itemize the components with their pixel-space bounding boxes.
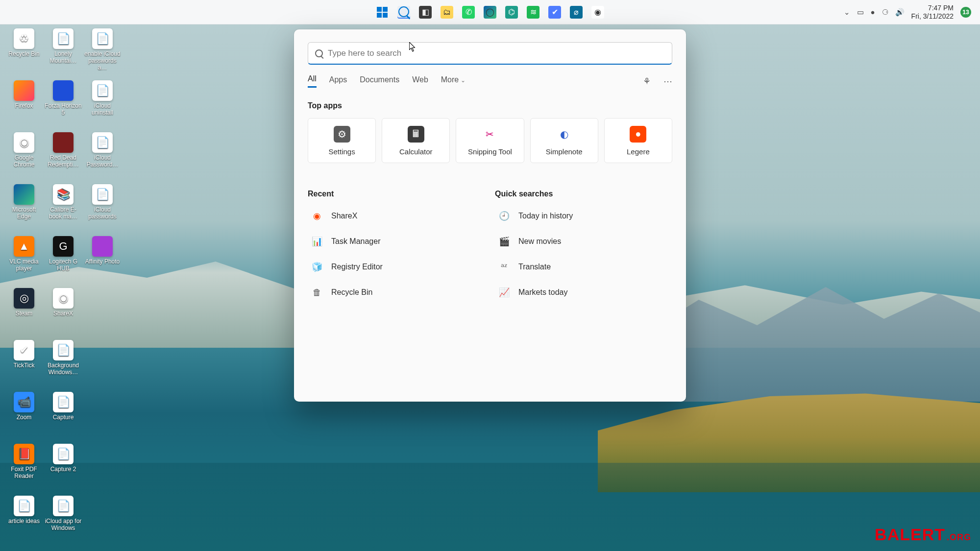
search-box[interactable] xyxy=(308,42,672,65)
tab-documents[interactable]: Documents xyxy=(360,75,399,87)
desktop-icon-image: 📄 xyxy=(14,496,34,516)
recent-item[interactable]: 🗑Recycle Bin xyxy=(308,281,485,304)
desktop-icon[interactable]: Firefox xyxy=(5,79,43,129)
desktop-icon[interactable]: 📕Foxit PDF Reader xyxy=(5,443,43,493)
desktop-icon[interactable]: ♻Recycle Bin xyxy=(5,27,43,77)
recent-item-label: ShareX xyxy=(331,212,357,220)
desktop-icon-label: enable iCloud passwords a… xyxy=(84,51,121,71)
desktop-icon-label: iCloud Password… xyxy=(84,155,121,168)
search-icon xyxy=(398,6,409,17)
desktop-icon[interactable]: ▲VLC media player xyxy=(5,235,43,285)
desktop-icon[interactable]: Forza Horizon 5 xyxy=(44,79,82,129)
top-app-card[interactable]: ●Legere xyxy=(604,118,672,163)
quick-searches-list: 🕘Today in history🎬New moviesᵃᶻTranslate📈… xyxy=(495,204,672,304)
desktop-icon[interactable]: 📹Zoom xyxy=(5,391,43,441)
clock-date: Fri, 3/11/2022 xyxy=(911,12,954,20)
desktop-icon[interactable]: 📄iCloud passwords xyxy=(83,183,122,233)
top-app-card[interactable]: ✂Snipping Tool xyxy=(456,118,524,163)
watermark-main: BALERT xyxy=(875,525,945,544)
desktop-icon-label: Zoom xyxy=(17,414,32,421)
notification-count-badge[interactable]: 13 xyxy=(960,7,971,18)
desktop-icon[interactable]: 📄article ideas xyxy=(5,495,43,545)
desktop-icon-label: VLC media player xyxy=(5,259,43,272)
tab-more[interactable]: More⌄ xyxy=(441,75,466,87)
search-input[interactable] xyxy=(328,48,665,58)
tray-tray-app-2-icon[interactable]: ● xyxy=(871,8,875,16)
desktop-icon[interactable]: 📄iCloud uninstall xyxy=(83,79,122,129)
desktop-icon-label: Firefox xyxy=(15,103,33,110)
recent-item[interactable]: 📊Task Manager xyxy=(308,230,485,253)
tray-volume-icon[interactable]: 🔊 xyxy=(895,8,905,17)
desktop-icon[interactable]: Red Dead Redempti… xyxy=(44,131,82,181)
tray-wifi-icon[interactable]: ⚆ xyxy=(882,8,888,17)
more-options-icon[interactable]: ⋯ xyxy=(663,76,672,87)
recent-list: ◉ShareX📊Task Manager🧊Registry Editor🗑Rec… xyxy=(308,204,485,304)
desktop-icon[interactable]: ✔TickTick xyxy=(5,339,43,389)
desktop-icon-image xyxy=(53,80,74,101)
taskbar-app-ai-app[interactable]: ⌬ xyxy=(505,6,518,19)
quick-search-item[interactable]: 🎬New movies xyxy=(495,230,672,253)
tab-all[interactable]: All xyxy=(308,74,317,88)
quick-search-label: Markets today xyxy=(518,288,567,297)
tab-apps[interactable]: Apps xyxy=(329,75,347,87)
tab-more-label: More xyxy=(441,75,459,84)
quick-search-icon: 🎬 xyxy=(498,235,511,248)
tray-chevron-icon[interactable]: ⌄ xyxy=(844,8,850,17)
top-app-label: Calculator xyxy=(399,147,433,156)
top-app-card[interactable]: ⚙Settings xyxy=(308,118,376,163)
desktop-icon-image: 📄 xyxy=(92,80,113,101)
desktop-icon[interactable]: ◉Google Chrome xyxy=(5,131,43,181)
desktop-icon[interactable]: Affinity Photo xyxy=(83,235,122,285)
chevron-down-icon: ⌄ xyxy=(461,77,466,84)
desktop-icon[interactable]: GLogitech G HUB xyxy=(44,235,82,285)
search-scope-tabs: All Apps Documents Web More⌄ ⚘ ⋯ xyxy=(308,74,672,88)
taskbar: ◧🗂✆◯⌬≋✔⌀◉ ⌄▭●⚆🔊 7:47 PM Fri, 3/11/2022 1… xyxy=(0,0,980,24)
desktop-icon[interactable]: 📄iCloud Password… xyxy=(83,131,122,181)
desktop-icon[interactable]: 📄Lonely Mountai… xyxy=(44,27,82,77)
taskbar-app-ticktick-tb[interactable]: ✔ xyxy=(548,6,561,19)
desktop-icon[interactable]: ◎Steam xyxy=(5,287,43,337)
quick-search-item[interactable]: 🕘Today in history xyxy=(495,204,672,228)
recent-item[interactable]: 🧊Registry Editor xyxy=(308,255,485,279)
wallpaper-shore xyxy=(0,463,980,551)
desktop-icon[interactable]: 📄Capture 2 xyxy=(44,443,82,493)
desktop-icon-label: Forza Horizon 5 xyxy=(45,103,82,117)
desktop-icon-image: ✔ xyxy=(14,340,34,360)
taskbar-app-blocker[interactable]: ⌀ xyxy=(570,6,583,19)
taskbar-app-task-view[interactable]: ◧ xyxy=(419,6,432,19)
top-app-card[interactable]: ◐Simplenote xyxy=(530,118,598,163)
quick-search-item[interactable]: 📈Markets today xyxy=(495,281,672,304)
desktop-icon-image: 📄 xyxy=(53,444,74,464)
taskbar-app-whatsapp[interactable]: ✆ xyxy=(462,6,475,19)
desktop-icon-image: G xyxy=(53,236,74,257)
top-app-label: Legere xyxy=(627,147,650,156)
desktop-icon[interactable]: 📄iCloud app for Windows xyxy=(44,495,82,545)
start-button[interactable] xyxy=(376,6,389,19)
tab-web[interactable]: Web xyxy=(412,75,428,87)
top-app-icon: 🖩 xyxy=(408,126,424,143)
taskbar-app-spotify[interactable]: ≋ xyxy=(527,6,539,19)
recent-item-icon: 🗑 xyxy=(311,286,323,299)
tray-tray-app-1-icon[interactable]: ▭ xyxy=(857,8,864,17)
quick-search-item[interactable]: ᵃᶻTranslate xyxy=(495,255,672,279)
rewards-icon[interactable]: ⚘ xyxy=(643,76,651,87)
top-app-card[interactable]: 🖩Calculator xyxy=(382,118,450,163)
desktop-icon-image: 📄 xyxy=(53,340,74,360)
taskbar-app-chrome-tb[interactable]: ◉ xyxy=(591,6,604,19)
search-button[interactable] xyxy=(397,6,410,19)
top-app-label: Snipping Tool xyxy=(468,147,512,156)
desktop-icon-image: ◉ xyxy=(14,132,34,153)
desktop-icon[interactable]: Microsoft Edge xyxy=(5,183,43,233)
desktop-icon[interactable]: 📄Capture xyxy=(44,391,82,441)
desktop-icon[interactable]: 📚Calibre E-book ma… xyxy=(44,183,82,233)
desktop-icon-label: Logitech G HUB xyxy=(45,259,82,272)
desktop-icon[interactable]: ◉ShareX xyxy=(44,287,82,337)
desktop-icon[interactable]: 📄Background Windows… xyxy=(44,339,82,389)
desktop-icon[interactable]: 📄enable iCloud passwords a… xyxy=(83,27,122,77)
top-apps-grid: ⚙Settings🖩Calculator✂Snipping Tool◐Simpl… xyxy=(308,118,672,163)
recent-item[interactable]: ◉ShareX xyxy=(308,204,485,228)
taskbar-clock[interactable]: 7:47 PM Fri, 3/11/2022 xyxy=(911,4,954,20)
recent-item-label: Recycle Bin xyxy=(331,288,372,297)
taskbar-app-file-explorer[interactable]: 🗂 xyxy=(441,6,453,19)
taskbar-app-edge[interactable]: ◯ xyxy=(484,6,496,19)
